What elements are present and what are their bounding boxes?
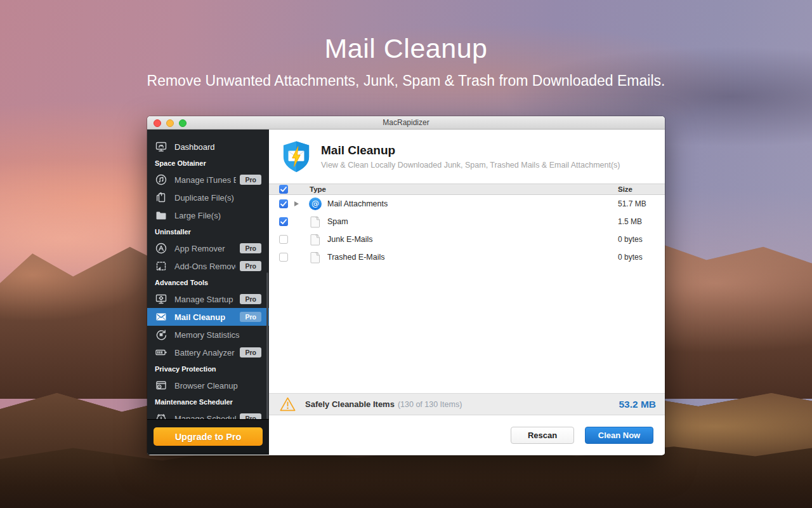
rescan-button[interactable]: Rescan [511, 427, 574, 444]
pro-badge: Pro [240, 347, 261, 358]
content-subtitle: View & Clean Locally Downloaded Junk, Sp… [321, 161, 620, 170]
row-size: 51.7 MB [618, 199, 655, 208]
sidebar-section-maintenance-scheduler: Maintenance Scheduler [147, 394, 269, 410]
sidebar-item-add-ons-remover[interactable]: Add-Ons RemoverPro [147, 257, 269, 275]
sidebar-item-label: Duplicate File(s) [174, 193, 261, 203]
row-checkbox[interactable] [279, 235, 288, 244]
sidebar-item-browser-cleanup[interactable]: Browser Cleanup [147, 377, 269, 394]
sidebar-footer: Upgrade to Pro [147, 419, 269, 455]
action-bar: Rescan Clean Now [269, 415, 665, 455]
table-header-row: Type Size [269, 184, 665, 195]
app-remover-icon [155, 242, 167, 255]
minimize-button[interactable] [166, 119, 174, 127]
app-window: MacRapidizer DashboardSpace ObtainerMana… [147, 116, 665, 455]
main-content: Mail Cleanup View & Clean Locally Downlo… [269, 130, 665, 455]
select-all-checkbox[interactable] [279, 185, 288, 194]
title-bar[interactable]: MacRapidizer [147, 116, 665, 130]
traffic-lights [154, 119, 187, 127]
schedules-icon [155, 412, 167, 419]
table-row-spam[interactable]: Spam1.5 MB [269, 213, 665, 231]
sidebar-item-memory-statistics[interactable]: Memory Statistics [147, 326, 269, 344]
sidebar-section-privacy-protection: Privacy Protection [147, 361, 269, 377]
dashboard-icon [155, 140, 167, 153]
sidebar-item-manage-startup[interactable]: Manage StartupPro [147, 290, 269, 308]
mail-document-icon [308, 215, 322, 229]
disclosure-triangle[interactable] [288, 201, 304, 206]
hero-subtitle: Remove Unwanted Attachments, Junk, Spam … [0, 72, 812, 90]
upgrade-to-pro-button[interactable]: Upgrade to Pro [154, 427, 263, 446]
pro-badge: Pro [240, 175, 261, 185]
pro-badge: Pro [240, 243, 261, 253]
sidebar-item-label: Manage Schedules [174, 414, 236, 420]
summary-count: (130 of 130 Items) [398, 400, 462, 409]
row-label: Trashed E-Mails [327, 253, 618, 262]
mail-attachments-icon: @ [308, 197, 322, 211]
sidebar-section-space-obtainer: Space Obtainer [147, 156, 269, 171]
close-button[interactable] [154, 119, 161, 127]
sidebar-item-label: Dashboard [174, 142, 261, 152]
pro-badge: Pro [240, 413, 261, 419]
startup-icon [155, 293, 167, 305]
sidebar-item-large-file-s[interactable]: Large File(s) [147, 206, 269, 224]
mail-icon [155, 311, 167, 323]
sidebar-item-manage-itunes-back[interactable]: Manage iTunes BackPro [147, 171, 269, 189]
column-header-type[interactable]: Type [310, 185, 618, 193]
itunes-icon [155, 173, 167, 186]
row-size: 1.5 MB [618, 217, 655, 226]
sidebar-item-label: Manage Startup [174, 295, 236, 304]
row-size: 0 bytes [618, 253, 655, 262]
sidebar: DashboardSpace ObtainerManage iTunes Bac… [147, 130, 269, 455]
sidebar-item-label: Memory Statistics [174, 330, 261, 340]
row-checkbox[interactable] [279, 253, 288, 262]
hero-banner: Mail Cleanup Remove Unwanted Attachments… [0, 33, 812, 90]
mail-document-icon [308, 250, 322, 264]
pro-badge: Pro [240, 294, 261, 304]
content-title: Mail Cleanup [321, 144, 620, 157]
pro-badge: Pro [240, 312, 261, 322]
table-row-trashed-e-mails[interactable]: Trashed E-Mails0 bytes [269, 248, 665, 266]
folder-icon [155, 209, 167, 222]
sidebar-item-battery-analyzer[interactable]: Battery AnalyzerPro [147, 344, 269, 361]
window-title: MacRapidizer [383, 118, 429, 127]
sidebar-section-uninstaller: Uninstaller [147, 224, 269, 239]
addons-remover-icon [155, 260, 167, 272]
mail-document-icon [308, 232, 322, 246]
sidebar-item-label: Mail Cleanup [174, 312, 236, 322]
sidebar-item-dashboard[interactable]: Dashboard [147, 138, 269, 156]
sidebar-item-label: Battery Analyzer [174, 348, 236, 358]
row-size: 0 bytes [618, 235, 655, 244]
hero-title: Mail Cleanup [0, 33, 812, 64]
table-body: @Mail Attachments51.7 MBSpam1.5 MBJunk E… [269, 195, 665, 266]
sidebar-item-label: Large File(s) [174, 211, 261, 220]
browser-icon [155, 379, 167, 392]
row-label: Spam [327, 217, 618, 226]
table-row-junk-e-mails[interactable]: Junk E-Mails0 bytes [269, 231, 665, 248]
sidebar-item-app-remover[interactable]: App RemoverPro [147, 239, 269, 257]
duplicate-files-icon [155, 191, 167, 204]
content-header: Mail Cleanup View & Clean Locally Downlo… [269, 130, 665, 184]
row-label: Junk E-Mails [327, 235, 618, 244]
sidebar-item-mail-cleanup[interactable]: Mail CleanupPro [147, 308, 269, 326]
battery-icon [155, 346, 167, 359]
pro-badge: Pro [240, 261, 261, 271]
table-row-mail-attachments[interactable]: @Mail Attachments51.7 MB [269, 195, 665, 213]
shield-mail-icon [282, 140, 311, 173]
clean-now-button[interactable]: Clean Now [585, 427, 653, 444]
sidebar-scrollbar[interactable] [266, 272, 268, 418]
column-header-size[interactable]: Size [618, 185, 655, 193]
sidebar-item-manage-schedules[interactable]: Manage SchedulesPro [147, 410, 269, 419]
memory-icon [155, 328, 167, 341]
sidebar-section-advanced-tools: Advanced Tools [147, 275, 269, 290]
svg-text:@: @ [311, 199, 319, 208]
sidebar-item-label: App Remover [174, 244, 236, 253]
zoom-button[interactable] [179, 119, 187, 127]
warning-icon [279, 396, 296, 412]
row-checkbox[interactable] [279, 199, 288, 208]
sidebar-item-label: Add-Ons Remover [174, 262, 236, 271]
row-checkbox[interactable] [279, 217, 288, 226]
summary-total-size: 53.2 MB [619, 399, 656, 410]
row-label: Mail Attachments [327, 199, 618, 208]
summary-label: Safely Cleanable Items [305, 399, 395, 409]
sidebar-item-duplicate-file-s[interactable]: Duplicate File(s) [147, 189, 269, 206]
summary-bar: Safely Cleanable Items (130 of 130 Items… [269, 393, 665, 415]
